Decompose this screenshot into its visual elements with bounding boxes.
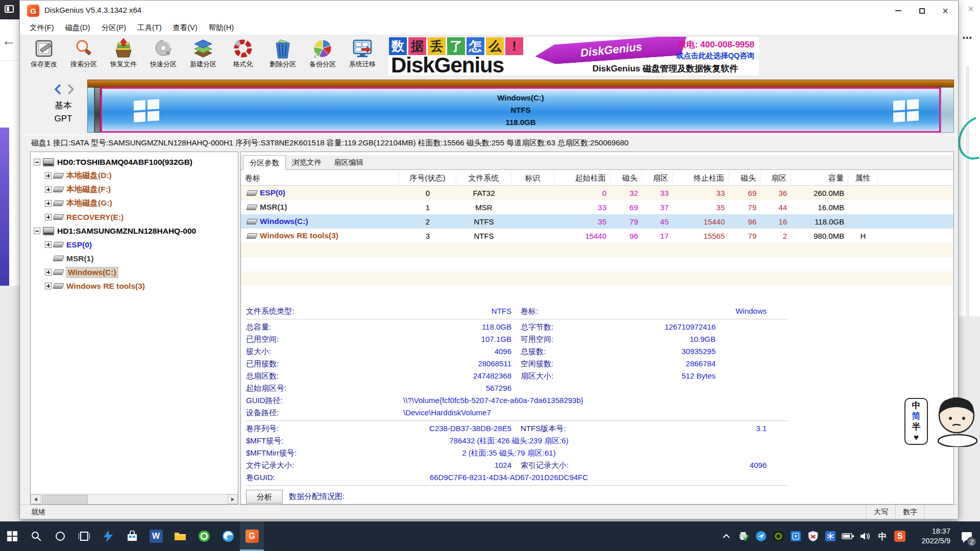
maximize-button[interactable]	[910, 1, 934, 21]
tree-item-local-d[interactable]: 本地磁盘(D:)	[31, 169, 238, 183]
tree-horizontal-scrollbar[interactable]	[31, 494, 238, 504]
expand-icon[interactable]	[45, 283, 52, 289]
ime-mascot-widget[interactable]: 中 简 半 ♥	[904, 392, 980, 447]
tree-item-local-g[interactable]: 本地磁盘(G:)	[31, 196, 238, 210]
col-attributes[interactable]: 属性	[848, 171, 878, 185]
menu-tools[interactable]: 工具(T)	[132, 21, 167, 35]
search-icon[interactable]	[24, 521, 48, 551]
format-button[interactable]: 格式化	[223, 37, 263, 77]
col-flag[interactable]: 标识	[511, 171, 554, 185]
tray-snowflake-icon[interactable]	[823, 521, 838, 551]
banner-qq-link[interactable]: 或点击此处选择QQ咨询	[676, 51, 754, 61]
save-icon	[33, 38, 55, 59]
backup-partition-button[interactable]: 备份分区	[303, 37, 342, 77]
green-browser-icon[interactable]	[192, 521, 216, 551]
store-icon[interactable]	[120, 521, 144, 551]
tree-item-local-f[interactable]: 本地磁盘(F:)	[31, 183, 238, 196]
table-row-windows-re[interactable]: Windows RE tools(3) 3 NTFS 15440 96 17 1…	[241, 229, 953, 243]
prev-disk-icon[interactable]	[54, 84, 62, 95]
col-filesystem[interactable]: 文件系统	[456, 171, 511, 185]
edge-icon[interactable]	[216, 521, 240, 551]
expand-icon[interactable]	[45, 172, 52, 179]
partition-block-esp[interactable]	[87, 87, 94, 133]
menu-partition[interactable]: 分区(P)	[96, 21, 132, 35]
tray-bird-icon[interactable]	[753, 521, 769, 551]
menu-disk[interactable]: 磁盘(D)	[60, 21, 96, 35]
col-start-sector[interactable]: 扇区	[642, 171, 673, 185]
col-end-head[interactable]: 磁头	[729, 171, 761, 185]
taskbar-diskgenius-active[interactable]: G	[240, 521, 264, 551]
tab-sector-edit[interactable]: 扇区编辑	[328, 155, 370, 170]
col-end-sector[interactable]: 扇区	[761, 171, 791, 185]
partition-block-msr[interactable]	[94, 87, 101, 133]
tree-item-windows-re[interactable]: Windows RE tools(3)	[31, 279, 238, 293]
col-capacity[interactable]: 容量	[791, 171, 848, 185]
col-index-status[interactable]: 序号(状态)	[399, 171, 456, 185]
partition-block-re-tools[interactable]	[941, 87, 954, 133]
next-disk-icon[interactable]	[67, 84, 75, 95]
expand-icon[interactable]	[45, 214, 52, 220]
action-center-icon[interactable]: 2	[955, 521, 978, 551]
ime-status-box[interactable]: 中 简 半 ♥	[904, 398, 928, 445]
tray-intel-icon[interactable]	[788, 521, 803, 551]
file-explorer-icon[interactable]	[168, 521, 192, 551]
tab-browse-files[interactable]: 浏览文件	[286, 155, 328, 170]
tray-ime-indicator[interactable]: 中	[875, 521, 890, 551]
analyze-button[interactable]: 分析	[246, 490, 283, 504]
tree-item-windows-c[interactable]: Windows(C:)	[31, 265, 238, 279]
hard-disk-icon	[43, 227, 54, 235]
table-row-msr[interactable]: MSR(1) 1 MSR 33 69 37 35 79 44 16.0MB	[241, 200, 953, 214]
tree-item-msr[interactable]: MSR(1)	[31, 252, 238, 265]
close-button[interactable]: ×	[934, 1, 957, 21]
tray-volume-icon[interactable]	[857, 521, 873, 551]
menu-file[interactable]: 文件(F)	[24, 21, 60, 35]
taskbar-clock[interactable]: 18:37 2022/5/9	[910, 527, 953, 546]
ad-banner[interactable]: DiskGenius 数 据 丢 了 怎 么 ! DiskGenius 致电: …	[387, 36, 760, 76]
tray-chevron-icon[interactable]	[719, 521, 734, 551]
menu-help[interactable]: 帮助(H)	[203, 21, 239, 35]
save-changes-button[interactable]: 保存更改	[24, 37, 64, 77]
menu-view[interactable]: 查看(V)	[167, 21, 203, 35]
scroll-right-icon[interactable]	[228, 494, 238, 504]
cortana-icon[interactable]	[48, 521, 72, 551]
scroll-left-icon[interactable]	[31, 494, 41, 504]
app-lightning-icon[interactable]	[96, 521, 120, 551]
collapse-icon[interactable]	[34, 228, 40, 234]
expand-icon[interactable]	[45, 186, 52, 193]
tab-partition-params[interactable]: 分区参数	[243, 155, 286, 170]
col-end-cylinder[interactable]: 终止柱面	[673, 171, 729, 185]
tree-item-hd0[interactable]: HD0:TOSHIBAMQ04ABF100(932GB)	[31, 155, 238, 169]
collapse-icon[interactable]	[34, 159, 40, 165]
tray-nvidia-icon[interactable]	[771, 521, 786, 551]
recover-files-button[interactable]: 恢复文件	[104, 37, 143, 77]
quick-partition-button[interactable]: 快速分区	[143, 37, 183, 77]
scrollbar-thumb[interactable]	[42, 495, 88, 504]
col-start-head[interactable]: 磁头	[610, 171, 642, 185]
tray-printer-icon[interactable]	[736, 521, 751, 551]
tree-item-hd1[interactable]: HD1:SAMSUNGMZNLN128HAHQ-000	[31, 224, 238, 238]
partition-block-windows-c[interactable]: Windows(C:) NTFS 118.0GB	[101, 87, 941, 133]
overflow-dots-icon[interactable]: ⋯	[962, 32, 973, 44]
expand-icon[interactable]	[45, 200, 52, 207]
tree-item-esp[interactable]: ESP(0)	[31, 238, 238, 252]
start-button[interactable]	[0, 521, 24, 551]
delete-partition-button[interactable]: 删除分区	[263, 37, 303, 77]
search-partition-button[interactable]: 搜索分区	[64, 37, 104, 77]
tray-battery-icon[interactable]	[840, 521, 855, 551]
word-icon[interactable]: W	[144, 521, 168, 551]
table-row-esp[interactable]: ESP(0) 0 FAT32 0 32 33 33 69 36 260.0MB	[241, 186, 953, 200]
table-row-windows-c-selected[interactable]: Windows(C:) 2 NTFS 35 79 45 15440 96 16 …	[241, 214, 953, 229]
back-arrow-icon[interactable]: ←	[2, 33, 16, 49]
col-start-cylinder[interactable]: 起始柱面	[554, 171, 610, 185]
tray-sogou-icon[interactable]: S	[892, 521, 908, 551]
minimize-button[interactable]	[887, 1, 910, 21]
col-volume-label[interactable]: 卷标	[241, 171, 399, 185]
system-migrate-button[interactable]: 系统迁移	[342, 37, 382, 77]
tree-item-recovery-e[interactable]: RECOVERY(E:)	[31, 210, 238, 224]
expand-icon[interactable]	[45, 269, 52, 276]
new-partition-button[interactable]: 新建分区	[183, 37, 223, 77]
ghost-close-icon[interactable]: ×	[968, 3, 974, 15]
tray-defender-icon[interactable]	[805, 521, 821, 551]
expand-icon[interactable]	[45, 241, 52, 248]
task-view-icon[interactable]	[72, 521, 96, 551]
